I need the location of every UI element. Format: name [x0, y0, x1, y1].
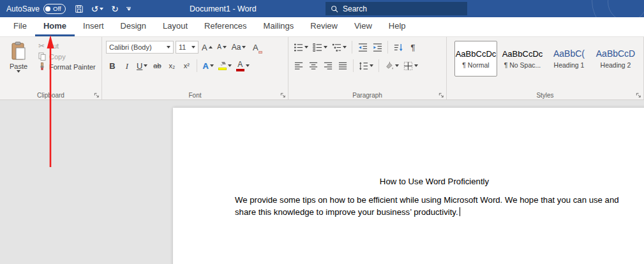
styles-group: AaBbCcDc ¶ Normal AaBbCcDc ¶ No Spac... …	[447, 37, 644, 99]
font-group-label: Font	[102, 92, 288, 99]
styles-dialog-launcher[interactable]	[636, 92, 641, 98]
tab-references[interactable]: References	[196, 17, 255, 36]
save-button[interactable]	[75, 4, 84, 13]
document-title: Document1 - Word	[190, 4, 257, 13]
borders-button[interactable]	[402, 59, 419, 73]
shrink-font-button[interactable]: A	[216, 40, 228, 54]
underline-button[interactable]: U	[135, 59, 149, 73]
clear-formatting-button[interactable]: A	[249, 40, 262, 54]
numbering-button[interactable]	[311, 40, 329, 54]
tab-design[interactable]: Design	[112, 17, 154, 36]
caret-up-icon	[209, 46, 213, 48]
bullets-button[interactable]	[292, 40, 310, 54]
text-effects-button[interactable]: A	[201, 59, 214, 73]
tab-layout[interactable]: Layout	[154, 17, 196, 36]
toggle-knob-icon	[45, 6, 50, 11]
format-painter-icon	[38, 62, 46, 71]
style-normal[interactable]: AaBbCcDc ¶ Normal	[454, 41, 497, 77]
autosave-control: AutoSave Off	[6, 4, 66, 14]
undo-button[interactable]: ↺	[91, 4, 104, 13]
subscript-button[interactable]: x₂	[165, 59, 178, 73]
page-content: How to Use Word Proficiently We provide …	[173, 108, 644, 218]
caret-down-icon	[304, 46, 308, 48]
tab-insert[interactable]: Insert	[75, 17, 112, 36]
undo-icon: ↺	[91, 4, 99, 13]
clear-formatting-icon: A	[253, 43, 258, 52]
highlight-color-button[interactable]	[217, 59, 233, 73]
search-icon	[331, 5, 338, 13]
tab-file[interactable]: File	[5, 17, 35, 36]
paste-dropdown-icon	[17, 70, 20, 73]
tab-mailings[interactable]: Mailings	[255, 17, 303, 36]
style-heading-2[interactable]: AaBbCcD Heading 2	[594, 41, 637, 77]
increase-indent-icon	[373, 43, 382, 52]
font-color-button[interactable]: A	[235, 59, 251, 73]
caret-down-icon	[414, 64, 418, 67]
show-formatting-marks-button[interactable]: ¶	[407, 40, 419, 54]
cut-button[interactable]: ✂ Cut	[38, 41, 96, 50]
copy-label: Copy	[49, 53, 66, 61]
grow-font-button[interactable]: A	[200, 40, 214, 54]
tab-help[interactable]: Help	[380, 17, 414, 36]
caret-down-icon	[228, 64, 232, 67]
font-dialog-launcher[interactable]	[280, 92, 286, 98]
clipboard-dialog-launcher[interactable]	[94, 92, 100, 98]
dialog-launcher-icon	[280, 92, 286, 98]
shading-button[interactable]	[383, 59, 400, 73]
sort-button[interactable]	[392, 40, 405, 54]
ribbon-tab-row: File Home Insert Design Layout Reference…	[0, 17, 644, 37]
paste-button[interactable]: Paste	[4, 40, 33, 89]
line-spacing-button[interactable]	[357, 59, 375, 73]
superscript-button[interactable]: x²	[180, 59, 193, 73]
paste-label: Paste	[10, 62, 27, 70]
multilevel-list-button[interactable]	[331, 40, 348, 54]
autosave-toggle[interactable]: Off	[43, 4, 66, 14]
titlebar-decoration	[608, 0, 644, 17]
paragraph-dialog-launcher[interactable]	[438, 92, 444, 98]
font-size-combobox[interactable]: 11	[176, 41, 198, 54]
document-page[interactable]: How to Use Word Proficiently We provide …	[173, 108, 644, 264]
format-painter-label: Format Painter	[49, 63, 96, 71]
tab-view[interactable]: View	[346, 17, 380, 36]
font-group: Calibri (Body) 11 A A Aa A	[102, 37, 288, 99]
align-left-button[interactable]	[292, 59, 305, 73]
divider	[352, 41, 352, 54]
style-heading-1[interactable]: AaBbC( Heading 1	[548, 41, 590, 77]
divider	[197, 59, 197, 72]
align-right-button[interactable]	[322, 59, 334, 73]
caret-down-icon	[246, 64, 250, 67]
paragraph-group-label: Paragraph	[288, 92, 446, 99]
document-area: How to Use Word Proficiently We provide …	[0, 100, 644, 264]
increase-indent-button[interactable]	[371, 40, 384, 54]
italic-button[interactable]: I	[121, 59, 133, 73]
format-painter-button[interactable]: Format Painter	[38, 62, 96, 71]
customize-quick-access-button[interactable]	[126, 7, 131, 11]
align-center-button[interactable]	[307, 59, 320, 73]
dialog-launcher-icon	[94, 92, 100, 98]
cut-icon: ✂	[38, 41, 45, 50]
italic-icon: I	[126, 62, 128, 70]
tab-review[interactable]: Review	[302, 17, 346, 36]
caret-down-icon	[242, 46, 246, 48]
change-case-button[interactable]: Aa	[230, 40, 248, 54]
highlight-icon	[218, 61, 227, 70]
ribbon: Paste ✂ Cut Copy Format P	[0, 37, 644, 100]
style-name: Heading 1	[554, 61, 585, 69]
justify-button[interactable]	[336, 59, 349, 73]
tab-home[interactable]: Home	[35, 17, 75, 36]
numbering-icon	[313, 43, 322, 52]
decrease-indent-icon	[358, 43, 368, 52]
overline-icon	[126, 7, 131, 8]
bold-button[interactable]: B	[106, 59, 119, 73]
divider	[387, 41, 388, 54]
copy-button[interactable]: Copy	[38, 52, 96, 61]
style-no-spacing[interactable]: AaBbCcDc ¶ No Spac...	[501, 41, 544, 77]
strikethrough-icon: ab	[153, 62, 161, 70]
redo-button[interactable]: ↻	[111, 4, 119, 13]
font-name-combobox[interactable]: Calibri (Body)	[106, 41, 174, 54]
style-preview: AaBbC(	[553, 48, 585, 59]
strikethrough-button[interactable]: ab	[151, 59, 163, 73]
search-input[interactable]: Search	[326, 2, 467, 15]
styles-group-label: Styles	[447, 92, 643, 99]
decrease-indent-button[interactable]	[356, 40, 369, 54]
